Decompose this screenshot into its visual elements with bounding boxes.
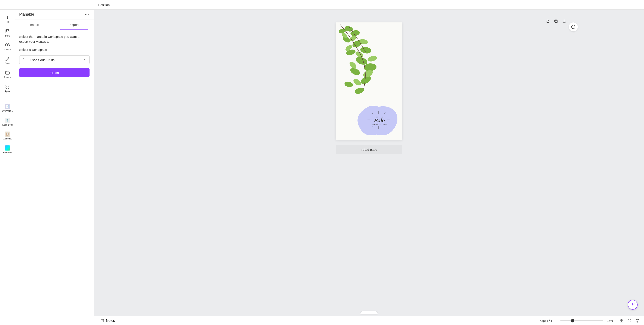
tab-import[interactable]: Import <box>15 19 54 30</box>
rail-thumb-launches[interactable]: 📋 Launches <box>1 131 14 141</box>
svg-rect-12 <box>555 20 558 23</box>
rail-item-apps[interactable]: Apps <box>1 83 14 93</box>
rail-thumb-planable[interactable]: Planable <box>1 145 14 155</box>
svg-point-9 <box>86 14 87 15</box>
sale-sub-label: FRIENDS SHOP FIRST <box>372 124 387 125</box>
grid-view-icon[interactable] <box>619 319 624 323</box>
svg-rect-5 <box>8 85 9 86</box>
export-button[interactable]: Export <box>19 68 90 77</box>
rail-item-brand[interactable]: Brand <box>1 28 14 38</box>
panel-header: Planable <box>15 9 94 19</box>
panel-body: Select the Planable workspace you want t… <box>15 30 94 81</box>
rail-label: Draw <box>1 62 14 65</box>
svg-rect-7 <box>8 87 9 88</box>
rail-label: Launches <box>1 137 14 140</box>
svg-point-1 <box>6 30 7 31</box>
rail-label: Planable <box>1 151 14 154</box>
rail-label: Brand <box>1 34 14 37</box>
share-up-icon[interactable] <box>561 18 567 24</box>
side-panel: Planable Import Export Select the Planab… <box>15 9 94 316</box>
svg-rect-0 <box>6 29 9 33</box>
thumbnail-icon: 📄 <box>5 104 10 109</box>
add-page-button[interactable]: + Add page <box>336 145 402 154</box>
expand-pages-tab[interactable] <box>360 311 378 314</box>
panel-description: Select the Planable workspace you want t… <box>19 34 90 44</box>
thumbnail-icon: 📋 <box>5 132 10 137</box>
svg-rect-51 <box>620 321 621 322</box>
folder-icon <box>5 70 10 75</box>
svg-rect-52 <box>622 321 623 322</box>
main-content: Text Brand Uploads Draw Projects <box>0 9 644 316</box>
svg-point-18 <box>360 46 372 54</box>
rail-label: Jusco Soda <box>1 124 14 126</box>
tab-label: Export <box>70 23 79 26</box>
rail-item-text[interactable]: Text <box>1 14 14 24</box>
lock-icon[interactable] <box>545 18 551 24</box>
rail-label: Apps <box>1 90 14 92</box>
planable-icon <box>5 145 10 151</box>
tab-label: Import <box>30 23 39 26</box>
rail-label: Projects <box>1 76 14 79</box>
rotate-button[interactable] <box>569 22 578 31</box>
workspace-select[interactable]: Jusco Soda Fruits <box>19 55 90 64</box>
rail-item-projects[interactable]: Projects <box>1 69 14 79</box>
sale-main-label: Sale <box>372 118 387 124</box>
leaves-graphic <box>336 22 383 101</box>
rail-thumb-jusco[interactable]: 🥤 Jusco Soda <box>1 117 14 127</box>
help-icon[interactable] <box>636 319 640 323</box>
top-bar: Position <box>0 0 644 9</box>
svg-point-2 <box>8 30 8 31</box>
bottom-bar: Notes Page 1 / 1 28% <box>0 316 644 325</box>
thumbnail-icon: 🥤 <box>5 118 10 123</box>
svg-point-8 <box>86 14 86 15</box>
duplicate-icon[interactable] <box>553 18 559 24</box>
svg-point-25 <box>354 86 365 95</box>
cloud-upload-icon <box>5 42 10 48</box>
canvas-area[interactable]: ONLINE Sale FRIENDS SHOP FIRST + Add pag… <box>94 9 644 316</box>
rail-label: Uploads <box>1 48 14 51</box>
magic-assistant-button[interactable] <box>628 300 638 310</box>
tab-export[interactable]: Export <box>54 19 94 30</box>
page-indicator: Page 1 / 1 <box>539 319 552 323</box>
zoom-slider-thumb[interactable] <box>571 319 574 323</box>
panel-tabs: Import Export <box>15 19 94 30</box>
svg-rect-50 <box>622 319 623 321</box>
svg-point-54 <box>638 321 638 322</box>
rail-divider <box>2 98 13 98</box>
chevron-down-icon <box>83 58 86 62</box>
svg-point-43 <box>634 303 634 304</box>
workspace-selected-value: Jusco Soda Fruits <box>29 58 81 62</box>
svg-rect-11 <box>547 21 549 23</box>
divider <box>556 318 556 323</box>
rail-label: Everythin... <box>1 110 14 112</box>
panel-title: Planable <box>19 12 34 17</box>
fullscreen-icon[interactable] <box>627 319 632 323</box>
notes-icon <box>100 319 104 323</box>
zoom-slider[interactable] <box>560 320 603 321</box>
svg-rect-4 <box>6 85 7 86</box>
canvas-page[interactable]: ONLINE Sale FRIENDS SHOP FIRST <box>336 22 402 140</box>
svg-point-3 <box>6 32 7 32</box>
position-control[interactable]: Position <box>98 3 110 6</box>
apps-grid-icon <box>5 84 10 89</box>
sidebar-rail: Text Brand Uploads Draw Projects <box>0 9 15 316</box>
rail-thumb-everything[interactable]: 📄 Everythin... <box>1 103 14 113</box>
notes-button[interactable]: Notes <box>4 319 115 323</box>
more-options-button[interactable] <box>84 12 90 17</box>
rail-label: Text <box>1 21 14 23</box>
zoom-value[interactable]: 28% <box>607 319 615 323</box>
text-icon <box>5 15 10 20</box>
svg-point-31 <box>367 55 378 62</box>
rail-item-draw[interactable]: Draw <box>1 55 14 65</box>
brand-icon <box>5 29 10 34</box>
svg-rect-6 <box>6 87 7 88</box>
notes-label: Notes <box>106 319 115 323</box>
canvas-toolbar <box>545 18 567 24</box>
svg-point-10 <box>88 14 88 15</box>
sale-text-block: ONLINE Sale FRIENDS SHOP FIRST <box>372 116 387 125</box>
folder-icon <box>22 58 26 62</box>
svg-point-34 <box>352 78 362 87</box>
rail-item-uploads[interactable]: Uploads <box>1 42 14 52</box>
pencil-icon <box>5 56 10 61</box>
bottom-right-controls: Page 1 / 1 28% <box>539 318 640 323</box>
